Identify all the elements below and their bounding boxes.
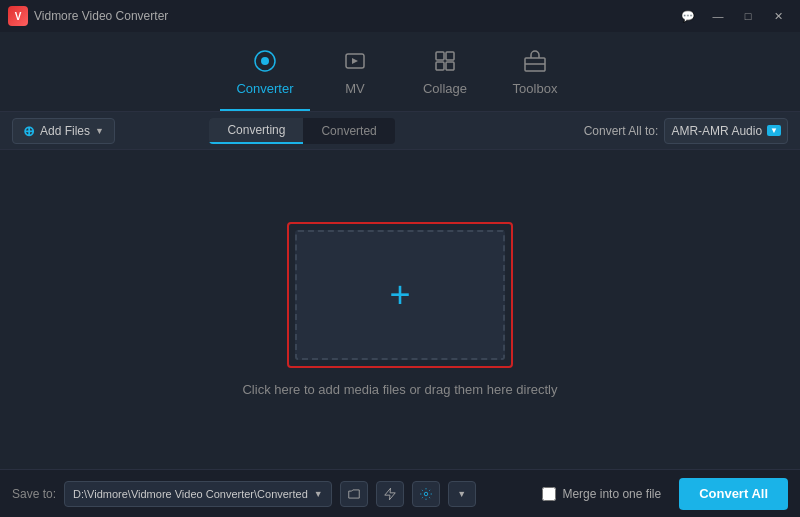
gear-icon <box>419 487 433 501</box>
sub-toolbar: ⊕ Add Files ▼ Converting Converted Conve… <box>0 112 800 150</box>
folder-open-button[interactable] <box>340 481 368 507</box>
more-settings-button[interactable]: ▼ <box>448 481 476 507</box>
svg-point-1 <box>261 57 269 65</box>
save-path-dropdown[interactable]: D:\Vidmore\Vidmore Video Converter\Conve… <box>64 481 332 507</box>
nav-item-collage[interactable]: Collage <box>400 41 490 111</box>
title-bar: V Vidmore Video Converter 💬 — □ ✕ <box>0 0 800 32</box>
merge-label[interactable]: Merge into one file <box>562 487 661 501</box>
drop-zone-inner[interactable]: + <box>295 230 505 360</box>
format-dropdown[interactable]: AMR-AMR Audio ▼ <box>664 118 788 144</box>
svg-rect-3 <box>436 52 444 60</box>
app-logo: V <box>8 6 28 26</box>
more-settings-arrow: ▼ <box>457 489 466 499</box>
title-left: V Vidmore Video Converter <box>8 6 168 26</box>
folder-icon <box>347 487 361 501</box>
add-files-button[interactable]: ⊕ Add Files ▼ <box>12 118 115 144</box>
nav-toolbox-label: Toolbox <box>513 81 558 96</box>
bottom-bar: Save to: D:\Vidmore\Vidmore Video Conver… <box>0 469 800 517</box>
convert-all-to: Convert All to: AMR-AMR Audio ▼ <box>584 118 788 144</box>
add-files-label: Add Files <box>40 124 90 138</box>
add-media-icon: + <box>389 277 410 313</box>
maximize-button[interactable]: □ <box>734 6 762 26</box>
nav-collage-label: Collage <box>423 81 467 96</box>
chat-button[interactable]: 💬 <box>674 6 702 26</box>
tab-converting[interactable]: Converting <box>209 118 303 144</box>
path-dropdown-arrow: ▼ <box>314 489 323 499</box>
save-path-text: D:\Vidmore\Vidmore Video Converter\Conve… <box>73 488 308 500</box>
nav-bar: Converter MV Collage <box>0 32 800 112</box>
converter-icon <box>253 49 277 77</box>
tab-converted[interactable]: Converted <box>303 118 394 144</box>
main-content: + Click here to add media files or drag … <box>0 150 800 469</box>
add-circle-icon: ⊕ <box>23 123 35 139</box>
nav-item-toolbox[interactable]: Toolbox <box>490 41 580 111</box>
convert-all-button[interactable]: Convert All <box>679 478 788 510</box>
save-to-label: Save to: <box>12 487 56 501</box>
svg-rect-6 <box>446 62 454 70</box>
minimize-button[interactable]: — <box>704 6 732 26</box>
add-files-dropdown-arrow: ▼ <box>95 126 104 136</box>
svg-rect-4 <box>446 52 454 60</box>
merge-checkbox-group: Merge into one file <box>542 487 661 501</box>
window-controls: 💬 — □ ✕ <box>674 6 792 26</box>
format-label: AMR-AMR Audio <box>671 124 762 138</box>
nav-converter-label: Converter <box>236 81 293 96</box>
tab-group: Converting Converted <box>209 118 394 144</box>
nav-mv-label: MV <box>345 81 365 96</box>
drop-hint: Click here to add media files or drag th… <box>242 382 557 397</box>
mv-icon <box>343 49 367 77</box>
settings1-button[interactable] <box>376 481 404 507</box>
title-text: Vidmore Video Converter <box>34 9 168 23</box>
format-dropdown-arrow: ▼ <box>767 125 781 136</box>
close-button[interactable]: ✕ <box>764 6 792 26</box>
bolt-icon <box>383 487 397 501</box>
svg-rect-5 <box>436 62 444 70</box>
nav-item-converter[interactable]: Converter <box>220 41 310 111</box>
drop-zone-outer[interactable]: + <box>287 222 513 368</box>
convert-all-to-label: Convert All to: <box>584 124 659 138</box>
toolbox-icon <box>523 49 547 77</box>
nav-item-mv[interactable]: MV <box>310 41 400 111</box>
merge-checkbox[interactable] <box>542 487 556 501</box>
svg-point-9 <box>424 492 428 496</box>
collage-icon <box>433 49 457 77</box>
settings2-button[interactable] <box>412 481 440 507</box>
